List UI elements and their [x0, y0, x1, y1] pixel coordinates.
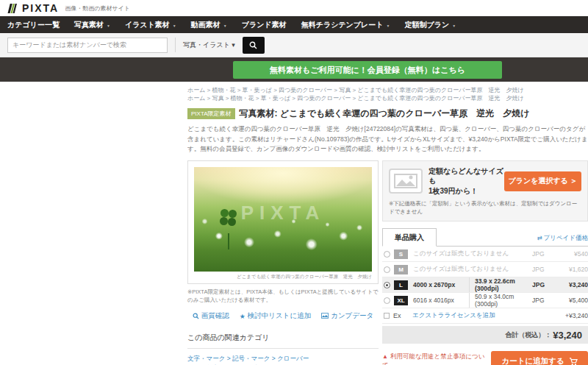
pricing-tabs: 単品購入 プリペイド価格 [382, 228, 588, 247]
size-s-radio [384, 251, 390, 258]
add-to-cart-button[interactable]: カートに追加する [491, 351, 588, 365]
logo-text: PIXTA [22, 2, 59, 14]
image-icon [321, 313, 329, 319]
preview-box: PIXTA どこまでも続く幸運の四つ葉のクローバー草原 逆光 夕焼け [187, 160, 379, 284]
subscription-text: 定額ならどんなサイズも 1枚39円から！ [429, 166, 504, 196]
search-category-select[interactable]: 写真・イラスト ▾ [176, 38, 243, 53]
subscription-promo: 定額ならどんなサイズも 1枚39円から！ プランを選択する ＞ ※下記価格表に「… [382, 160, 588, 222]
page-title: 写真素材: どこまでも続く幸運の四つ葉のクローバー草原 逆光 夕焼け [240, 107, 530, 120]
price-row-xl[interactable]: XL 6016 x 4016px 50.9 x 34.0cm (300dpi) … [382, 293, 588, 308]
exclusive-note: ※PIXTA限定素材とは、PIXTA本体、もしくはPIXTAと提携しているサイト… [187, 288, 379, 305]
price-row-m: M このサイズは販売しておりません JPG ¥1,620 [382, 262, 588, 277]
size-xl-radio[interactable] [384, 297, 390, 304]
magnifier-icon [193, 313, 199, 319]
title-row: PIXTA限定素材 写真素材: どこまでも続く幸運の四つ葉のクローバー草原 逆光… [187, 107, 588, 120]
breadcrumb[interactable]: ホーム > 写真 > 植物・花 > 草・葉っぱ > 四つ葉のクローバー > どこ… [187, 94, 588, 102]
pixta-logo[interactable]: PIXTA [7, 2, 59, 14]
swap-icon [537, 234, 543, 241]
price-xl: ¥5,400 [554, 297, 588, 304]
main-nav: カテゴリー一覧 写真素材 イラスト素材 動画素材 ブランド素材 無料チラシテンプ… [0, 16, 588, 33]
tab-single-purchase[interactable]: 単品購入 [382, 228, 437, 247]
search-icon [249, 41, 257, 49]
watermark: PIXTA [241, 202, 326, 224]
related-category-link[interactable]: 文字・マーク > 記号・マーク > クローバー [187, 354, 379, 364]
nav-categories[interactable]: カテゴリー一覧 [7, 20, 60, 30]
product-photo: PIXTA [194, 167, 372, 272]
search-button[interactable] [243, 37, 265, 54]
exclusive-badge: PIXTA限定素材 [187, 108, 235, 119]
content-area: ホーム > 植物・花 > 草・葉っぱ > 四つ葉のクローバー > 写真 > どこ… [187, 82, 588, 365]
size-xl-chip: XL [394, 296, 408, 305]
total-label: 合計（税込）： [505, 330, 551, 340]
price-s: ¥540 [554, 250, 588, 258]
four-leaf-clover-graphic [220, 209, 229, 249]
size-l-chip: L [394, 280, 408, 290]
total-row: 合計（税込）： ¥3,240 [382, 326, 588, 344]
nav-brand[interactable]: ブランド素材 [242, 20, 287, 30]
size-m-radio [384, 266, 390, 273]
add-to-shortlist-link[interactable]: 検討中リストに追加 [240, 311, 311, 321]
nav-free-templates[interactable]: 無料チラシテンプレート [301, 20, 390, 30]
search-bar: 写真・イラスト ▾ [0, 33, 588, 57]
site-tagline: 画像・動画の素材サイト [65, 4, 130, 13]
pixta-logo-icon [7, 3, 18, 14]
nav-illustrations[interactable]: イラスト素材 [125, 20, 176, 30]
caret-down-icon [384, 21, 390, 29]
price-m: ¥1,620 [554, 266, 588, 273]
total-value: ¥3,240 [553, 330, 582, 341]
breadcrumb[interactable]: ホーム > 植物・花 > 草・葉っぱ > 四つ葉のクローバー > 写真 > どこ… [187, 86, 588, 94]
caret-down-icon [449, 21, 456, 29]
price-row-l[interactable]: L 4000 x 2670px 33.9 x 22.6cm (300dpi) J… [382, 277, 588, 293]
quality-check-link[interactable]: 画質確認 [193, 311, 229, 321]
prepaid-price-link[interactable]: プリペイド価格 [537, 234, 588, 246]
photo-caption: どこまでも続く幸運の四つ葉のクローバー草原 逆光 夕焼け [194, 272, 372, 282]
comp-data-link[interactable]: カンプデータ [321, 311, 373, 321]
select-plan-button[interactable]: プランを選択する ＞ [504, 171, 581, 191]
extra-license-link[interactable]: エクストラライセンスを追加 [412, 311, 554, 320]
nav-photos[interactable]: 写真素材 [74, 20, 110, 30]
extra-license-checkbox[interactable] [384, 313, 390, 319]
preview-column: PIXTA どこまでも続く幸運の四つ葉のクローバー草原 逆光 夕焼け ※PIXT… [187, 160, 379, 365]
price-extra: +¥3,240 [554, 312, 588, 319]
top-bar: PIXTA 画像・動画の素材サイト [0, 0, 588, 16]
nav-subscription[interactable]: 定額制プラン [405, 20, 456, 30]
size-m-chip: M [394, 265, 408, 274]
caret-down-icon [170, 21, 176, 29]
size-s-chip: S [394, 249, 408, 259]
star-icon [240, 312, 245, 320]
image-placeholder-icon [389, 169, 423, 194]
promo-band: 無料素材もご利用可能に！会員登録（無料）はこちら [0, 57, 588, 82]
action-links: 画質確認 検討中リストに追加 カンプデータ [187, 311, 379, 321]
related-categories: この商品の関連カテゴリ 文字・マーク > 記号・マーク > クローバー 健康・美… [187, 333, 379, 365]
cart-icon [569, 358, 578, 365]
usage-warning-link[interactable]: 利用可能な用途と禁止事項について [382, 352, 491, 365]
size-l-radio[interactable] [384, 282, 390, 288]
warning-icon [382, 352, 390, 360]
related-heading: この商品の関連カテゴリ [187, 333, 379, 343]
product-description: どこまでも続く幸運の四つ葉のクローバー草原 逆光 夕焼け[24722084]の写… [187, 124, 588, 154]
price-row-s: S このサイズは販売しておりません JPG ¥540 [382, 247, 588, 262]
price-row-extra-license[interactable]: Ex エクストラライセンスを追加 +¥3,240 [382, 308, 588, 324]
subscription-note: ※下記価格表に「定額制」という表示がない素材は、定額制ではダウンロードできません [389, 200, 581, 216]
signup-banner-button[interactable]: 無料素材もご利用可能に！会員登録（無料）はこちら [233, 61, 502, 79]
search-input[interactable] [7, 38, 168, 53]
price-l: ¥3,240 [554, 281, 588, 288]
purchase-column: 定額ならどんなサイズも 1枚39円から！ プランを選択する ＞ ※下記価格表に「… [382, 160, 588, 365]
caret-down-icon [220, 21, 227, 29]
nav-videos[interactable]: 動画素材 [191, 20, 227, 30]
caret-down-icon [104, 21, 110, 29]
